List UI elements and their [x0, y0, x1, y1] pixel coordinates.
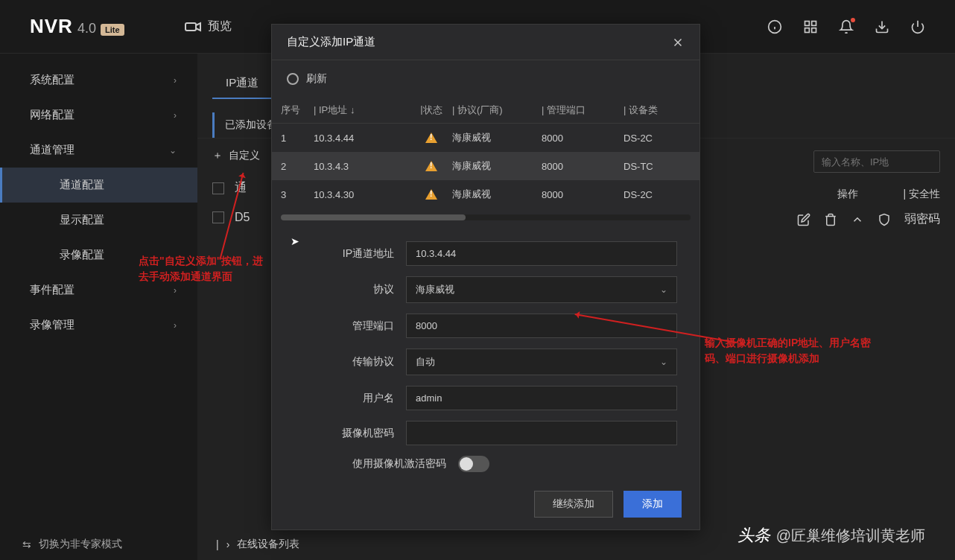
shield-icon[interactable]: [878, 213, 891, 226]
modal-title: 自定义添加IP通道: [287, 35, 375, 49]
logo-version: 4.0: [77, 21, 96, 36]
warning-icon: [425, 161, 437, 171]
camera-icon: [184, 18, 202, 36]
warning-icon: [425, 189, 437, 200]
chevron-right-icon: ›: [174, 75, 177, 86]
col-protocol: | 协议(厂商): [452, 104, 542, 117]
grid-icon[interactable]: [803, 19, 818, 34]
transport-label: 传输协议: [294, 355, 406, 369]
toggle-knob: [460, 457, 473, 471]
device-row[interactable]: 1 10.3.4.44 海康威视 8000 DS-2C: [272, 124, 699, 152]
add-form: IP通道地址 协议 海康威视⌄ 管理端口 传输协议 自动⌄ 用户名 摄像机密码 …: [272, 226, 699, 490]
col-operation: 操作: [837, 188, 858, 201]
cursor-icon: ➤: [291, 235, 299, 247]
logo-text: NVR: [30, 15, 73, 38]
device-row[interactable]: 3 10.3.4.30 海康威视 8000 DS-2C: [272, 180, 699, 209]
use-activate-pwd-toggle[interactable]: [458, 456, 489, 472]
logo-badge: Lite: [101, 24, 124, 36]
sidebar-item-recording[interactable]: 录像管理›: [0, 308, 197, 343]
chevron-right-icon: ›: [226, 538, 230, 550]
chevron-right-icon: ›: [174, 285, 177, 296]
username-input[interactable]: [406, 386, 677, 410]
watermark-author: @匠巢维修培训黄老师: [776, 526, 925, 546]
tab-ip-channel[interactable]: IP通道: [212, 69, 272, 99]
sidebar-sub-channel-config[interactable]: 通道配置: [0, 168, 197, 203]
device-table: 序号 | IP地址 ↓ | 状态 | 协议(厂商) | 管理端口 | 设备类 1…: [272, 98, 699, 209]
protocol-select[interactable]: 海康威视⌄: [406, 276, 677, 303]
plus-icon: ＋: [212, 149, 223, 162]
use-activate-pwd-label: 使用摄像机激活密码: [294, 457, 458, 471]
notification-dot: [851, 18, 855, 22]
sidebar-item-system[interactable]: 系统配置›: [0, 63, 197, 98]
right-columns: 操作 | 安全性: [837, 188, 940, 201]
weak-password-label: 弱密码: [904, 211, 940, 227]
col-status: | 状态: [410, 104, 452, 117]
ip-input[interactable]: [406, 241, 677, 266]
logo: NVR 4.0 Lite: [30, 15, 124, 38]
watermark: 头条 @匠巢维修培训黄老师: [737, 524, 925, 547]
refresh-button[interactable]: 刷新: [272, 60, 699, 98]
info-icon[interactable]: [767, 19, 782, 34]
bell-icon[interactable]: [839, 19, 854, 34]
table-header: 序号 | IP地址 ↓ | 状态 | 协议(厂商) | 管理端口 | 设备类: [272, 98, 699, 124]
delete-icon[interactable]: [824, 213, 837, 226]
chevron-right-icon: ›: [174, 320, 177, 331]
sidebar-item-network[interactable]: 网络配置›: [0, 98, 197, 133]
transport-select[interactable]: 自动⌄: [406, 349, 677, 375]
password-label: 摄像机密码: [294, 427, 406, 440]
protocol-label: 协议: [294, 283, 406, 296]
svg-rect-4: [805, 21, 810, 25]
power-icon[interactable]: [910, 19, 925, 34]
col-ip: | IP地址 ↓: [314, 104, 410, 117]
modal-header: 自定义添加IP通道: [272, 25, 699, 60]
password-input[interactable]: [406, 421, 677, 445]
col-port: | 管理端口: [542, 104, 624, 117]
close-icon[interactable]: [671, 36, 685, 49]
modal-footer: 继续添加 添加: [534, 491, 682, 518]
scroll-thumb[interactable]: [281, 214, 466, 220]
online-devices-button[interactable]: | › 在线设备列表: [216, 538, 299, 551]
add-ip-channel-modal: 自定义添加IP通道 刷新 序号 | IP地址 ↓ | 状态 | 协议(厂商) |…: [271, 24, 700, 530]
edit-icon[interactable]: [797, 213, 810, 226]
chevron-right-icon: ›: [174, 110, 177, 121]
search-input[interactable]: [822, 156, 947, 168]
chevron-down-icon: ⌄: [169, 145, 177, 156]
horizontal-scrollbar[interactable]: [281, 214, 691, 220]
col-security: | 安全性: [903, 188, 940, 201]
checkbox[interactable]: [212, 211, 224, 223]
add-button[interactable]: 添加: [624, 491, 682, 518]
svg-rect-5: [812, 21, 816, 25]
up-icon[interactable]: [851, 213, 864, 226]
device-row[interactable]: 2 10.3.4.3 海康威视 8000 DS-TC: [272, 152, 699, 180]
header-nav: 预览: [184, 18, 232, 36]
download-icon[interactable]: [875, 19, 889, 34]
port-label: 管理端口: [294, 319, 406, 333]
header-right: [767, 19, 925, 34]
row-operations: 弱密码: [797, 211, 940, 227]
refresh-icon: [287, 73, 299, 85]
nav-preview[interactable]: 预览: [184, 18, 232, 36]
nav-preview-label: 预览: [208, 19, 232, 34]
sidebar-sub-display[interactable]: 显示配置: [0, 203, 197, 238]
sidebar-item-channel[interactable]: 通道管理⌄: [0, 133, 197, 168]
watermark-source: 头条: [737, 524, 770, 547]
username-label: 用户名: [294, 392, 406, 405]
continue-add-button[interactable]: 继续添加: [534, 491, 613, 518]
switch-mode-button[interactable]: ⇆ 切换为非专家模式: [22, 538, 122, 551]
ip-label: IP通道地址: [294, 247, 406, 261]
svg-rect-0: [185, 23, 196, 31]
warning-icon: [425, 133, 437, 143]
search-box[interactable]: [813, 150, 940, 173]
col-no: 序号: [281, 104, 314, 117]
col-device: | 设备类: [624, 104, 691, 117]
svg-rect-7: [812, 28, 816, 32]
chevron-down-icon: ⌄: [660, 357, 667, 367]
swap-icon: ⇆: [22, 538, 31, 550]
annotation-2: 输入摄像机正确的IP地址、用户名密码、端口进行摄像机添加: [705, 335, 883, 366]
chevron-down-icon: ⌄: [660, 284, 667, 295]
checkbox[interactable]: [212, 182, 224, 194]
svg-rect-6: [805, 28, 810, 32]
sidebar: 系统配置› 网络配置› 通道管理⌄ 通道配置 显示配置 录像配置 事件配置› 录…: [0, 54, 197, 560]
annotation-1: 点击"自定义添加"按钮，进去手动添加通道界面: [139, 253, 265, 284]
